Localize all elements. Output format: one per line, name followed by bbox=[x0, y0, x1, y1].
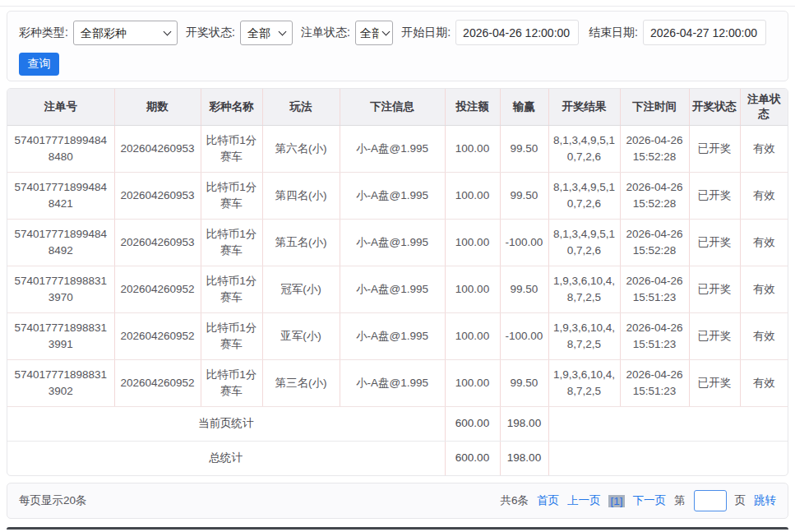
cell-bet-no: 5740177718994848480 bbox=[7, 125, 114, 172]
summary-bet-total: 600.00 bbox=[445, 441, 500, 475]
cell-bet-time: 2026-04-26 15:52:28 bbox=[620, 125, 689, 172]
header-bet-info: 下注信息 bbox=[340, 89, 445, 125]
cell-play: 亚军(小) bbox=[262, 312, 340, 359]
bet-status-select[interactable]: 全部 bbox=[355, 21, 393, 45]
page-size-text: 每页显示20条 bbox=[19, 493, 87, 508]
cell-period: 202604260953 bbox=[114, 125, 201, 172]
summary-label: 当前页统计 bbox=[7, 406, 445, 441]
cell-play: 第四名(小) bbox=[262, 172, 340, 219]
cell-play: 第六名(小) bbox=[262, 125, 340, 172]
cell-period: 202604260953 bbox=[114, 172, 201, 219]
header-draw-result: 开奖结果 bbox=[548, 89, 620, 125]
cell-bet-no: 5740177718988313991 bbox=[7, 312, 114, 359]
cell-bet-status: 有效 bbox=[740, 172, 788, 219]
cell-bet-amount: 100.00 bbox=[445, 312, 500, 359]
end-date-label: 结束日期: bbox=[589, 25, 638, 40]
page-jump-input[interactable] bbox=[694, 490, 727, 511]
cell-win-loss: 99.50 bbox=[500, 359, 548, 406]
cell-bet-amount: 100.00 bbox=[445, 172, 500, 219]
next-page-link[interactable]: 下一页 bbox=[633, 493, 667, 508]
lottery-type-label: 彩种类型: bbox=[19, 25, 68, 40]
cell-win-loss: -100.00 bbox=[500, 312, 548, 359]
lottery-type-select[interactable]: 全部彩种 bbox=[73, 21, 178, 45]
bet-status-select-wrap: 全部 bbox=[355, 21, 393, 45]
summary-label: 总统计 bbox=[7, 441, 445, 475]
filter-panel: 彩种类型: 全部彩种 开奖状态: 全部 注单状态: 全部 开始日期: 结束日期:… bbox=[7, 11, 788, 81]
table-row: 5740177718988313991 202604260952 比特币1分赛车… bbox=[7, 312, 788, 359]
pagination-panel: 每页显示20条 共6条 首页 上一页 [1] 下一页 第 页 跳转 bbox=[7, 483, 788, 519]
cell-bet-time: 2026-04-26 15:51:23 bbox=[620, 359, 689, 406]
cell-bet-status: 有效 bbox=[740, 125, 788, 172]
cell-draw-result: 1,9,3,6,10,4,8,7,2,5 bbox=[548, 266, 620, 312]
start-date-input[interactable] bbox=[455, 20, 579, 45]
cell-lottery-name: 比特币1分赛车 bbox=[201, 172, 262, 219]
cell-bet-info: 小-A盘@1.995 bbox=[340, 172, 445, 219]
cell-bet-amount: 100.00 bbox=[445, 359, 500, 406]
cell-draw-status: 已开奖 bbox=[689, 266, 740, 312]
cell-bet-no: 5740177718994848492 bbox=[7, 219, 114, 266]
cell-bet-time: 2026-04-26 15:51:23 bbox=[620, 312, 689, 359]
cell-lottery-name: 比特币1分赛车 bbox=[201, 219, 262, 266]
draw-status-label: 开奖状态: bbox=[186, 25, 235, 40]
draw-status-select-wrap: 全部 bbox=[240, 21, 293, 45]
summary-row-total: 总统计 600.00 198.00 bbox=[7, 441, 788, 475]
cell-draw-status: 已开奖 bbox=[689, 312, 740, 359]
cell-period: 202604260952 bbox=[114, 359, 201, 406]
cell-win-loss: -100.00 bbox=[500, 219, 548, 266]
cell-bet-status: 有效 bbox=[740, 312, 788, 359]
cell-bet-info: 小-A盘@1.995 bbox=[340, 125, 445, 172]
cell-draw-result: 1,9,3,6,10,4,8,7,2,5 bbox=[548, 359, 620, 406]
cell-bet-time: 2026-04-26 15:52:28 bbox=[620, 172, 689, 219]
total-count-text: 共6条 bbox=[500, 493, 529, 508]
summary-win-total: 198.00 bbox=[500, 406, 548, 441]
cell-lottery-name: 比特币1分赛车 bbox=[201, 125, 262, 172]
cell-bet-no: 5740177718994848421 bbox=[7, 172, 114, 219]
jump-suffix-label: 页 bbox=[735, 493, 746, 508]
lottery-type-select-wrap: 全部彩种 bbox=[73, 21, 178, 45]
cell-bet-no: 5740177718988313902 bbox=[7, 359, 114, 406]
table-row: 5740177718994848421 202604260953 比特币1分赛车… bbox=[7, 172, 788, 219]
header-period: 期数 bbox=[114, 89, 201, 125]
start-date-label: 开始日期: bbox=[401, 25, 451, 40]
bet-records-table-panel: 注单号 期数 彩种名称 玩法 下注信息 投注额 输赢 开奖结果 下注时间 开奖状… bbox=[7, 88, 788, 476]
cell-period: 202604260952 bbox=[114, 266, 201, 312]
table-row: 5740177718994848480 202604260953 比特币1分赛车… bbox=[7, 125, 788, 172]
draw-status-select[interactable]: 全部 bbox=[240, 21, 293, 45]
cell-bet-amount: 100.00 bbox=[445, 266, 500, 312]
cell-lottery-name: 比特币1分赛车 bbox=[201, 266, 262, 312]
cell-lottery-name: 比特币1分赛车 bbox=[201, 312, 262, 359]
top-separator bbox=[0, 6, 795, 7]
table-header-row: 注单号 期数 彩种名称 玩法 下注信息 投注额 输赢 开奖结果 下注时间 开奖状… bbox=[7, 89, 788, 125]
cell-draw-result: 8,1,3,4,9,5,10,7,2,6 bbox=[548, 172, 620, 219]
cell-draw-status: 已开奖 bbox=[689, 125, 740, 172]
table-row: 5740177718988313902 202604260952 比特币1分赛车… bbox=[7, 359, 788, 406]
prev-page-link[interactable]: 上一页 bbox=[567, 493, 601, 508]
cell-bet-info: 小-A盘@1.995 bbox=[340, 219, 445, 266]
summary-empty bbox=[548, 406, 788, 441]
cell-bet-amount: 100.00 bbox=[445, 125, 500, 172]
header-bet-amount: 投注额 bbox=[445, 89, 500, 125]
end-date-input[interactable] bbox=[643, 20, 766, 45]
cell-bet-amount: 100.00 bbox=[445, 219, 500, 266]
summary-row-current-page: 当前页统计 600.00 198.00 bbox=[7, 406, 788, 441]
cell-period: 202604260952 bbox=[114, 312, 201, 359]
cell-bet-status: 有效 bbox=[740, 266, 788, 312]
cell-bet-info: 小-A盘@1.995 bbox=[340, 359, 445, 406]
jump-prefix-label: 第 bbox=[674, 493, 686, 508]
first-page-link[interactable]: 首页 bbox=[537, 493, 559, 508]
header-bet-time: 下注时间 bbox=[620, 89, 689, 125]
summary-win-total: 198.00 bbox=[500, 441, 548, 475]
search-button[interactable]: 查询 bbox=[19, 53, 59, 76]
cell-draw-status: 已开奖 bbox=[689, 219, 740, 266]
cell-draw-status: 已开奖 bbox=[689, 172, 740, 219]
summary-empty bbox=[548, 441, 788, 475]
cell-play: 冠军(小) bbox=[262, 266, 340, 312]
cell-play: 第五名(小) bbox=[262, 219, 340, 266]
cell-bet-status: 有效 bbox=[740, 359, 788, 406]
jump-button[interactable]: 跳转 bbox=[754, 493, 776, 508]
current-page-indicator: [1] bbox=[608, 495, 624, 507]
summary-bet-total: 600.00 bbox=[445, 406, 500, 441]
cell-lottery-name: 比特币1分赛车 bbox=[201, 359, 262, 406]
bottom-bar bbox=[7, 527, 788, 530]
header-bet-status: 注单状态 bbox=[740, 89, 788, 125]
